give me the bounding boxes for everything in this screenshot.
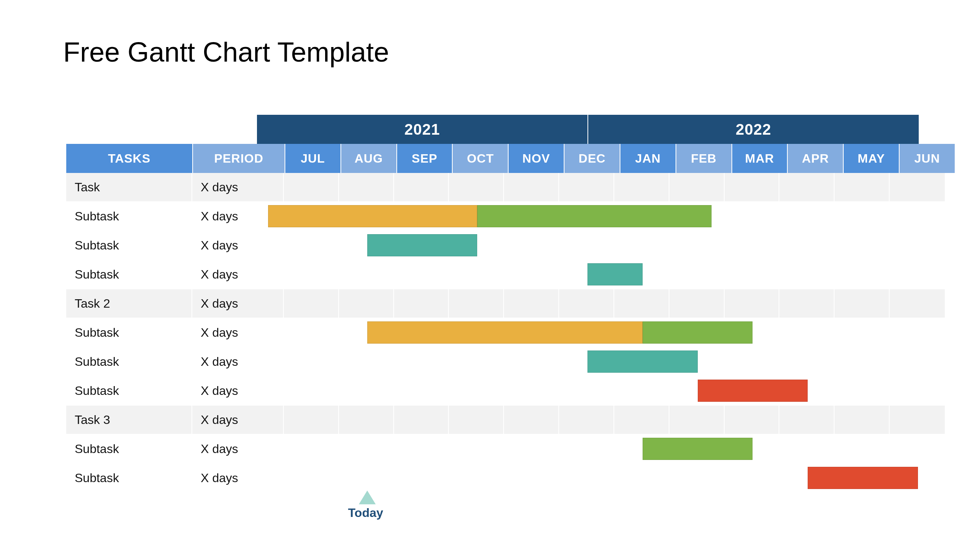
gantt-cell <box>834 406 890 434</box>
gantt-group-row: Task 3X days <box>66 406 918 435</box>
gantt-cell <box>394 260 449 289</box>
gantt-cell <box>614 347 669 376</box>
gantt-task-row: SubtaskX days <box>66 464 918 493</box>
task-period-cell: X days <box>192 406 284 434</box>
gantt-cell <box>284 260 339 289</box>
month-header: FEB <box>676 144 732 173</box>
month-header: JUL <box>285 144 341 173</box>
task-name-cell: Subtask <box>66 231 192 259</box>
gantt-cell <box>834 173 890 201</box>
gantt-cell <box>890 202 945 230</box>
gantt-cell <box>614 377 669 405</box>
gantt-cell <box>339 406 394 434</box>
gantt-cell <box>725 464 780 492</box>
gantt-task-row: SubtaskX days <box>66 377 918 406</box>
gantt-cell <box>339 464 394 492</box>
gantt-cell <box>449 435 504 463</box>
gantt-cell <box>890 318 945 347</box>
gantt-cell <box>890 435 945 463</box>
year-header: 2021 <box>257 115 588 144</box>
gantt-cell <box>779 377 834 405</box>
gantt-cell <box>779 260 834 289</box>
month-header: MAY <box>844 144 900 173</box>
gantt-cell <box>559 435 614 463</box>
task-name-cell: Subtask <box>66 347 192 376</box>
gantt-cell <box>559 464 614 492</box>
gantt-cell <box>339 231 394 259</box>
gantt-cell <box>779 318 834 347</box>
gantt-cell <box>504 435 559 463</box>
gantt-task-row: SubtaskX days <box>66 347 918 377</box>
gantt-cell <box>339 318 394 347</box>
gantt-cell <box>614 231 669 259</box>
gantt-cell <box>394 464 449 492</box>
gantt-cell <box>614 406 669 434</box>
gantt-cell <box>890 406 945 434</box>
gantt-cell <box>449 318 504 347</box>
gantt-cell <box>669 260 725 289</box>
month-header: AUG <box>341 144 397 173</box>
gantt-cell <box>779 173 834 201</box>
gantt-cell <box>449 464 504 492</box>
task-name-cell: Subtask <box>66 464 192 492</box>
column-header-period: PERIOD <box>193 144 285 173</box>
gantt-cell <box>284 464 339 492</box>
gantt-cell <box>284 173 339 201</box>
task-period-cell: X days <box>192 202 284 230</box>
task-period-cell: X days <box>192 289 284 318</box>
month-header: DEC <box>564 144 620 173</box>
task-period-cell: X days <box>192 231 284 259</box>
gantt-cell <box>394 289 449 318</box>
month-header: APR <box>788 144 844 173</box>
gantt-cell <box>339 289 394 318</box>
gantt-cell <box>449 289 504 318</box>
gantt-cell <box>504 202 559 230</box>
gantt-task-row: SubtaskX days <box>66 318 918 347</box>
gantt-task-row: SubtaskX days <box>66 260 918 289</box>
gantt-cell <box>504 377 559 405</box>
gantt-cell <box>449 406 504 434</box>
gantt-cell <box>614 173 669 201</box>
gantt-cell <box>669 289 725 318</box>
gantt-cell <box>834 289 890 318</box>
gantt-cell <box>504 173 559 201</box>
gantt-cell <box>394 347 449 376</box>
gantt-cell <box>725 406 780 434</box>
gantt-cell <box>725 318 780 347</box>
gantt-cell <box>614 289 669 318</box>
gantt-cell <box>834 260 890 289</box>
task-name-cell: Subtask <box>66 260 192 289</box>
gantt-cell <box>394 202 449 230</box>
gantt-cell <box>834 231 890 259</box>
gantt-cell <box>504 231 559 259</box>
gantt-cell <box>779 202 834 230</box>
task-period-cell: X days <box>192 318 284 347</box>
gantt-cell <box>725 173 780 201</box>
gantt-cell <box>559 347 614 376</box>
gantt-cell <box>504 464 559 492</box>
gantt-cell <box>504 289 559 318</box>
task-name-cell: Task 3 <box>66 406 192 434</box>
gantt-cell <box>725 347 780 376</box>
gantt-cell <box>504 318 559 347</box>
task-name-cell: Task <box>66 173 192 201</box>
gantt-cell <box>669 377 725 405</box>
gantt-cell <box>559 260 614 289</box>
task-name-cell: Subtask <box>66 435 192 463</box>
gantt-group-row: Task 2X days <box>66 289 918 318</box>
gantt-cell <box>890 347 945 376</box>
task-name-cell: Subtask <box>66 377 192 405</box>
year-header: 2022 <box>588 115 919 144</box>
gantt-cell <box>394 231 449 259</box>
gantt-cell <box>504 347 559 376</box>
gantt-cell <box>890 289 945 318</box>
gantt-cell <box>834 202 890 230</box>
gantt-cell <box>890 464 945 492</box>
gantt-cell <box>669 318 725 347</box>
gantt-cell <box>449 231 504 259</box>
gantt-cell <box>779 435 834 463</box>
gantt-cell <box>725 202 780 230</box>
gantt-cell <box>559 173 614 201</box>
gantt-cell <box>669 406 725 434</box>
gantt-year-row: 20212022 <box>66 115 918 144</box>
